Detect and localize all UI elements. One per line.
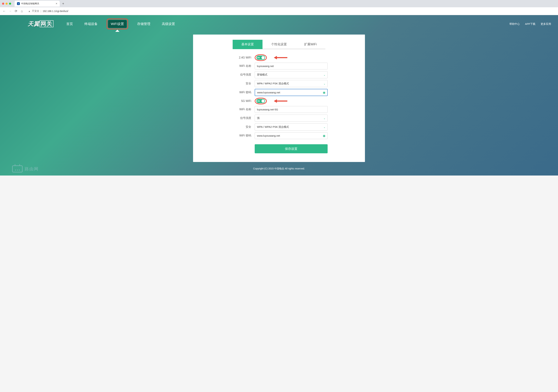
toggle-knob-icon <box>262 56 265 59</box>
row-5g-name: WiFi 名称 <box>230 106 328 113</box>
row-5g-signal: 信号强度 强 ⌄ <box>230 114 328 122</box>
right-nav: 帮助中心 APP下载 更多应用 <box>509 22 551 26</box>
nav-wifi[interactable]: WiFi设置 <box>108 20 127 28</box>
save-button[interactable]: 保存设置 <box>255 144 328 153</box>
new-tab-button[interactable]: + <box>62 2 64 6</box>
forward-button[interactable]: → <box>8 9 12 13</box>
main-nav: 首页 终端设备 WiFi设置 存储管理 高级设置 <box>64 18 177 29</box>
nav-storage[interactable]: 存储管理 <box>135 20 153 28</box>
row-5g-security: 安全 WPA / WPA2 PSK 混合模式 ⌄ <box>230 123 328 131</box>
address-bar[interactable]: ▲ 不安全 | 192.168.1.1/cgi-bin/luci/ <box>26 9 70 14</box>
maximize-window-button[interactable] <box>9 3 11 5</box>
browser-toolbar: ← → ⟳ ⌂ ▲ 不安全 | 192.168.1.1/cgi-bin/luci… <box>0 7 558 15</box>
footer-copyright: Copyright (C) 2015 中国电信 All rights reser… <box>0 162 558 175</box>
sub-tabs: 基本设置 个性化设置 扩展WiFi <box>200 40 358 49</box>
annotation-circle-24g: ON <box>255 54 267 61</box>
minimize-window-button[interactable] <box>6 3 8 5</box>
toggle-5g[interactable]: ON <box>256 99 265 103</box>
browser-tab[interactable]: e 中国电信智能网关 × <box>15 1 60 7</box>
row-5g-toggle: 5G WiFi ON <box>230 98 328 104</box>
app-download-link[interactable]: APP下载 <box>525 22 535 26</box>
nav-home[interactable]: 首页 <box>64 20 75 28</box>
row-24g-password: WiFi 密码 ◉ <box>230 89 328 96</box>
tab-extend[interactable]: 扩展WiFi <box>296 40 325 49</box>
label-5g: 5G WiFi <box>230 99 251 103</box>
close-tab-button[interactable]: × <box>56 2 57 5</box>
nav-devices[interactable]: 终端设备 <box>82 20 100 28</box>
back-button[interactable]: ← <box>2 9 6 13</box>
row-24g-signal: 信号强度 穿墙模式 ⌄ <box>230 71 328 78</box>
select-5g-security[interactable]: WPA / WPA2 PSK 混合模式 <box>255 123 328 131</box>
insecure-label: 不安全 <box>32 9 39 13</box>
reload-button[interactable]: ⟳ <box>14 9 18 13</box>
toggle-24g[interactable]: ON <box>256 56 265 60</box>
close-window-button[interactable] <box>2 3 4 5</box>
annotation-arrow-24g <box>274 56 287 59</box>
wifi-form: 2.4G WiFi ON WiFi 名称 <box>200 54 358 153</box>
row-24g-security: 安全 WPA / WPA2 PSK 混合模式 ⌄ <box>230 80 328 87</box>
insecure-icon: ▲ <box>28 10 31 12</box>
input-24g-password[interactable] <box>255 89 328 96</box>
page-body: 天翼网关 首页 终端设备 WiFi设置 存储管理 高级设置 帮助中心 APP下载… <box>0 15 558 175</box>
toggle-knob-icon <box>262 99 265 103</box>
router-icon <box>12 166 23 172</box>
row-24g-toggle: 2.4G WiFi ON <box>230 54 328 61</box>
more-apps-link[interactable]: 更多应用 <box>541 22 551 26</box>
url-text: 192.168.1.1/cgi-bin/luci/ <box>43 10 68 12</box>
annotation-arrow-5g <box>274 99 287 103</box>
watermark-text: 路由网 <box>25 166 39 172</box>
tab-basic[interactable]: 基本设置 <box>233 40 262 49</box>
content-panel: 基本设置 个性化设置 扩展WiFi 2.4G WiFi ON <box>193 35 365 162</box>
input-5g-name[interactable] <box>255 106 328 113</box>
row-24g-name: WiFi 名称 <box>230 63 328 70</box>
eye-icon[interactable]: ◉ <box>323 134 325 138</box>
logo: 天翼网关 <box>28 20 53 28</box>
select-24g-signal[interactable]: 穿墙模式 <box>255 71 328 78</box>
help-link[interactable]: 帮助中心 <box>509 22 520 26</box>
tab-personalize[interactable]: 个性化设置 <box>262 40 296 49</box>
row-5g-password: WiFi 密码 ◉ <box>230 132 328 139</box>
select-24g-security[interactable]: WPA / WPA2 PSK 混合模式 <box>255 80 328 87</box>
nav-advanced[interactable]: 高级设置 <box>159 20 177 28</box>
favicon-icon: e <box>17 2 20 5</box>
annotation-circle-5g: ON <box>255 98 267 104</box>
tab-bar: e 中国电信智能网关 × + <box>0 0 558 7</box>
select-5g-signal[interactable]: 强 <box>255 114 328 122</box>
label-24g: 2.4G WiFi <box>230 56 251 59</box>
watermark: 路由网 <box>12 166 39 172</box>
input-5g-password[interactable] <box>255 132 328 139</box>
window-controls <box>2 3 11 5</box>
eye-icon[interactable]: ◉ <box>323 91 325 95</box>
home-button[interactable]: ⌂ <box>20 9 24 13</box>
nav-wifi-highlight: WiFi设置 <box>107 18 128 29</box>
header: 天翼网关 首页 终端设备 WiFi设置 存储管理 高级设置 帮助中心 APP下载… <box>0 15 558 35</box>
browser-chrome: e 中国电信智能网关 × + ← → ⟳ ⌂ ▲ 不安全 | 192.168.1… <box>0 0 558 15</box>
tab-title: 中国电信智能网关 <box>21 2 54 5</box>
input-24g-name[interactable] <box>255 63 328 70</box>
